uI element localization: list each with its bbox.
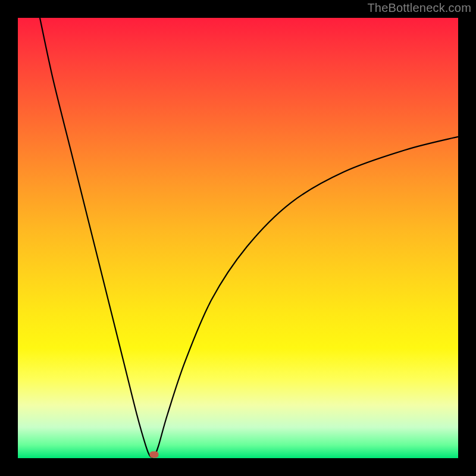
bottleneck-curve	[18, 18, 458, 458]
watermark-label: TheBottleneck.com	[367, 1, 471, 15]
chart-frame: TheBottleneck.com	[0, 0, 476, 476]
optimum-marker	[150, 452, 159, 458]
curve-path	[40, 18, 458, 458]
plot-area	[18, 18, 458, 458]
